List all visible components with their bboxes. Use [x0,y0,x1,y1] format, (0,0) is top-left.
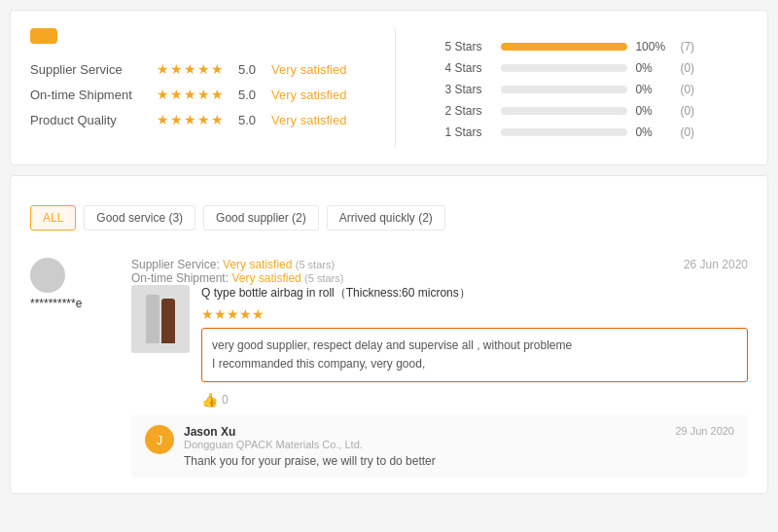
bar-fill [501,43,627,51]
review-product: Q type bottle airbag in roll（Thickness:6… [131,285,748,408]
bar-star-label: 5 Stars [444,40,493,53]
bar-count: (7) [680,40,694,53]
stars-display: ★★★★★ [157,112,225,127]
review-header: Supplier Service: Very satisfied (5 star… [131,258,748,285]
product-title: Q type bottle airbag in roll（Thickness:6… [201,285,748,301]
rating-row: On-time Shipment ★★★★★ 5.0 Very satisfie… [30,87,346,102]
bar-count: (0) [680,83,694,96]
bar-track [501,128,627,136]
right-panel: 5 Stars 100% (7) 4 Stars 0% (0) 3 Stars … [444,28,748,147]
product-image [131,285,190,353]
like-count: 0 [222,393,229,407]
stars-display: ★★★★★ [157,61,225,77]
bar-pct: 0% [635,104,672,118]
bar-count: (0) [680,61,694,75]
bar-track [501,86,627,93]
reviewer-avatar [30,258,65,293]
reply-content: Jason Xu Dongguan QPACK Materials Co., L… [184,425,734,468]
bar-pct: 0% [635,125,672,139]
bar-row: 4 Stars 0% (0) [444,61,748,75]
filter-tag[interactable]: Good service (3) [84,205,195,231]
rating-num: 5.0 [238,62,256,77]
reply-date: 29 Jun 2020 [675,425,734,437]
bar-pct: 0% [635,61,672,75]
like-area[interactable]: 👍 0 [201,392,748,408]
bar-row: 3 Stars 0% (0) [444,83,748,96]
vertical-divider [395,28,396,147]
reviewer-col: **********e [30,258,118,478]
meta-ontime-shipment: On-time Shipment: Very satisfied (5 star… [131,271,343,285]
bar-pct: 100% [635,40,672,53]
bar-star-label: 4 Stars [444,61,493,75]
bar-track [501,64,627,72]
filter-tag[interactable]: ALL [30,205,76,231]
filter-tag[interactable]: Good supplier (2) [203,205,319,231]
bar-star-label: 3 Stars [444,83,493,96]
filter-tags: ALLGood service (3)Good supplier (2)Arri… [30,205,748,231]
reply-avatar: J [145,425,174,454]
reviewer-name: **********e [30,297,118,310]
bar-pct: 0% [635,83,672,96]
review-main: Supplier Service: Very satisfied (5 star… [131,258,748,478]
stars-display: ★★★★★ [157,87,225,102]
rating-text: Very satisfied [271,88,346,102]
bar-star-label: 2 Stars [444,104,493,118]
bar-star-label: 1 Stars [444,125,493,139]
review-meta: Supplier Service: Very satisfied (5 star… [131,258,343,285]
meta-supplier-service: Supplier Service: Very satisfied (5 star… [131,258,343,271]
filter-tag[interactable]: Arrived quickly (2) [327,205,445,231]
reply-text: Thank you for your praise, we will try t… [184,454,734,468]
bar-row: 1 Stars 0% (0) [444,125,748,139]
rating-label: Product Quality [30,113,147,127]
reply-company: Dongguan QPACK Materials Co., Ltd. [184,439,363,450]
score-box [30,28,57,44]
bar-track [501,43,627,51]
reply-name: Jason Xu [184,425,363,439]
bar-count: (0) [680,125,694,139]
review-date: 26 Jun 2020 [684,258,748,285]
bar-count: (0) [680,104,694,118]
summary-card: Supplier Service ★★★★★ 5.0 Very satisfie… [10,10,768,165]
product-details: Q type bottle airbag in roll（Thickness:6… [201,285,748,408]
review-text-box: very good supplier, respect delay and su… [201,328,748,382]
rating-row: Product Quality ★★★★★ 5.0 Very satisfied [30,112,346,127]
reviews-container: **********e Supplier Service: Very satis… [30,248,748,478]
rating-label: On-time Shipment [30,88,147,102]
reviews-section: ALLGood service (3)Good supplier (2)Arri… [10,175,768,494]
review-stars-display: ★★★★★ [201,306,748,322]
rating-label: Supplier Service [30,62,147,77]
bar-track [501,107,627,115]
rating-row: Supplier Service ★★★★★ 5.0 Very satisfie… [30,61,346,77]
overall-score [30,28,346,44]
bar-row: 2 Stars 0% (0) [444,104,748,118]
review-item: **********e Supplier Service: Very satis… [30,248,748,478]
bar-row: 5 Stars 100% (7) [444,40,748,53]
reply-block: J Jason Xu Dongguan QPACK Materials Co.,… [131,415,748,478]
rating-text: Very satisfied [271,62,346,77]
bars-container: 5 Stars 100% (7) 4 Stars 0% (0) 3 Stars … [444,40,748,139]
like-icon: 👍 [201,392,218,408]
rating-num: 5.0 [238,113,256,127]
ratings-container: Supplier Service ★★★★★ 5.0 Very satisfie… [30,61,346,127]
left-panel: Supplier Service ★★★★★ 5.0 Very satisfie… [30,28,346,147]
rating-num: 5.0 [238,88,256,102]
rating-text: Very satisfied [271,113,346,127]
